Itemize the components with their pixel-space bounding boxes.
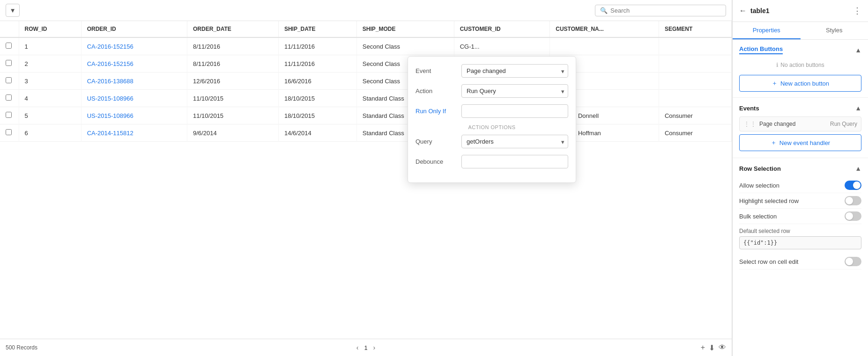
col-order-date: ORDER_DATE [187,21,279,37]
row-checkbox[interactable] [6,77,12,83]
cell-order-id: US-2015-108966 [81,107,187,124]
query-row: Query getOrders ▾ [415,135,568,148]
allow-selection-row: Allow selection [739,178,861,193]
bulk-selection-toggle[interactable] [845,211,861,221]
action-select[interactable]: Run Query [461,84,568,98]
cell-order-date: 8/11/2016 [187,37,279,55]
select-on-cell-toggle[interactable] [845,257,861,266]
col-checkbox [0,21,19,37]
action-buttons-title: Action Buttons [739,45,783,54]
row-checkbox[interactable] [6,129,12,135]
next-page-button[interactable]: › [371,343,378,352]
order-id-link[interactable]: CA-2016-152156 [87,60,134,67]
event-select[interactable]: Page changed [461,64,568,78]
cell-ship-mode: Second Class [356,37,454,55]
action-buttons-header: Action Buttons ▲ [739,45,861,54]
events-collapse-button[interactable]: ▲ [855,104,861,112]
cell-row-id: 1 [19,37,81,55]
cell-segment [659,37,731,55]
new-action-button[interactable]: ＋ New action button [739,75,861,92]
select-on-cell-row: Select row on cell edit [739,254,861,269]
cell-order-date: 9/6/2014 [187,124,279,142]
tab-properties[interactable]: Properties [733,22,801,39]
cell-row-id: 4 [19,90,81,107]
view-toggle-button[interactable]: 👁 [719,343,726,352]
event-action-dropdown: Event Page changed ▾ Action Run Query ▾ … [408,56,576,183]
action-buttons-collapse-button[interactable]: ▲ [855,46,861,54]
default-row-label: Default selected row [739,228,861,234]
row-checkbox[interactable] [6,60,12,66]
col-order-id: ORDER_ID [81,21,187,37]
cell-segment [659,55,731,73]
event-select-wrapper: Page changed ▾ [461,64,568,78]
row-checkbox-cell [0,124,19,142]
new-event-handler-button[interactable]: ＋ New event handler [739,134,861,151]
row-selection-collapse-button[interactable]: ▲ [855,165,861,172]
no-action-icon: ℹ [776,62,779,68]
download-button[interactable]: ⬇ [709,343,715,352]
table-header-row: ROW_ID ORDER_ID ORDER_DATE SHIP_DATE SHI… [0,21,732,37]
row-selection-header: Row Selection ▲ [739,165,861,172]
cell-segment [659,90,731,107]
table-footer: 500 Records ‹ 1 › + ⬇ 👁 [0,339,732,356]
current-page: 1 [364,344,367,351]
search-bar: 🔍 [595,5,726,16]
run-only-input[interactable] [461,104,568,118]
col-customer-id: CUSTOMER_ID [454,21,550,37]
row-checkbox[interactable] [6,43,12,49]
action-label: Action [415,87,458,94]
allow-selection-toggle[interactable] [845,181,861,190]
bulk-selection-row: Bulk selection [739,209,861,224]
row-checkbox-cell [0,90,19,107]
plus-icon: ＋ [772,79,778,87]
drag-icon[interactable]: ⋮⋮ [743,120,757,128]
run-only-row: Run Only If [415,104,568,118]
add-row-button[interactable]: + [701,343,705,352]
panel-tabs: Properties Styles [733,22,868,40]
action-buttons-section: Action Buttons ▲ ℹ No action buttons ＋ N… [733,40,868,98]
cell-order-date: 11/10/2015 [187,90,279,107]
cell-ship-date: 14/6/2014 [278,124,356,142]
cell-order-id: US-2015-108966 [81,90,187,107]
highlight-row-toggle[interactable] [845,196,861,205]
footer-actions: + ⬇ 👁 [701,343,726,352]
order-id-link[interactable]: CA-2016-138688 [87,78,134,85]
order-id-link[interactable]: CA-2014-115812 [87,130,134,137]
debounce-input[interactable] [461,155,568,168]
cell-customer-name [550,37,659,55]
prev-page-button[interactable]: ‹ [355,343,361,352]
default-selected-row-section: Default selected row {{"id":1}} [739,228,861,249]
event-row: Event Page changed ▾ [415,64,568,78]
tab-styles[interactable]: Styles [801,22,868,39]
order-id-link[interactable]: US-2015-108966 [87,95,134,102]
debounce-row: Debounce [415,155,568,168]
cell-row-id: 5 [19,107,81,124]
table-row: 3 CA-2016-138688 12/6/2016 16/6/2016 Sec… [0,73,732,90]
cell-ship-date: 11/11/2016 [278,55,356,73]
row-checkbox[interactable] [6,94,12,101]
col-segment: SEGMENT [659,21,731,37]
row-selection-title: Row Selection [739,165,781,172]
panel-more-button[interactable]: ⋮ [853,6,861,16]
cell-ship-date: 18/10/2015 [278,90,356,107]
cell-order-date: 11/10/2015 [187,107,279,124]
panel-back-button[interactable]: ← [739,7,747,15]
search-icon: 🔍 [600,7,608,14]
cell-order-date: 12/6/2016 [187,73,279,90]
col-ship-mode: SHIP_MODE [356,21,454,37]
order-id-link[interactable]: CA-2016-152156 [87,43,134,50]
no-action-text: ℹ No action buttons [739,58,861,72]
row-checkbox[interactable] [6,112,12,118]
query-select-wrapper: getOrders ▾ [461,135,568,148]
search-input[interactable] [610,7,721,14]
cell-customer-id: CG-1... [454,37,550,55]
filter-button[interactable]: ▼ [6,4,20,17]
run-only-label: Run Only If [415,108,458,115]
row-checkbox-cell [0,55,19,73]
panel-title: table1 [750,7,849,15]
cell-segment: Consumer [659,124,731,142]
query-select[interactable]: getOrders [461,135,568,148]
col-ship-date: SHIP_DATE [278,21,356,37]
records-count: 500 Records [6,344,37,351]
order-id-link[interactable]: US-2015-108966 [87,112,134,119]
